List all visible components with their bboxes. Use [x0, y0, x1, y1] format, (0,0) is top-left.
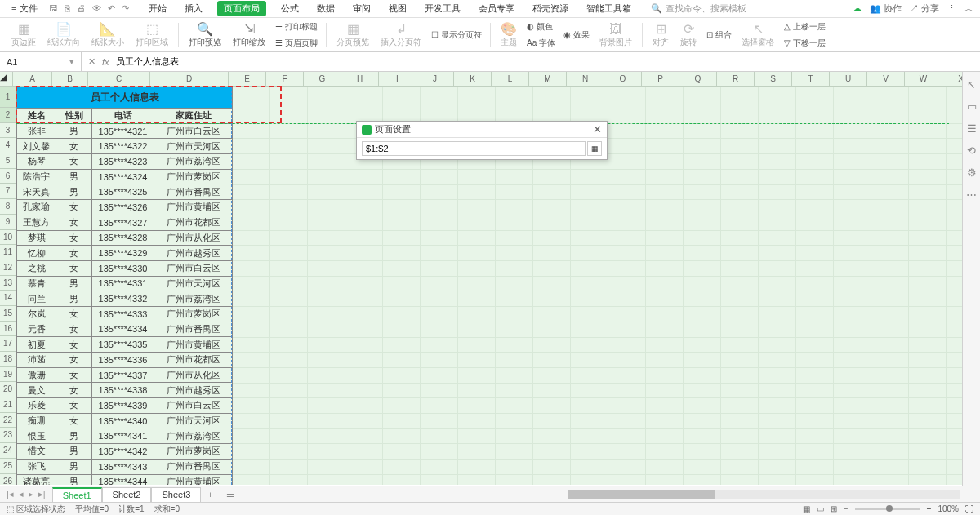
tab-视图[interactable]: 视图: [385, 1, 410, 16]
col-header-D[interactable]: D: [150, 72, 229, 86]
tab-审阅[interactable]: 审阅: [350, 1, 374, 16]
backup-icon[interactable]: ⟲: [967, 144, 976, 157]
col-header-G[interactable]: G: [304, 72, 341, 86]
col-header-S[interactable]: S: [755, 72, 792, 86]
margins-button[interactable]: ▦页边距: [7, 21, 41, 48]
zoom-slider[interactable]: [855, 508, 920, 510]
theme-button[interactable]: 🎨主题: [496, 21, 522, 48]
col-header-U[interactable]: U: [830, 72, 867, 86]
rotate-button[interactable]: ⟳旋转: [675, 21, 702, 48]
col-header-J[interactable]: J: [416, 72, 454, 86]
close-button[interactable]: ✕: [593, 123, 602, 135]
row-header-5[interactable]: 5: [0, 153, 16, 169]
effect-button[interactable]: ◉ 效果: [560, 28, 593, 42]
row-header-11[interactable]: 11: [0, 245, 16, 260]
sheet-tab-Sheet3[interactable]: Sheet3: [151, 487, 201, 502]
row-header-24[interactable]: 24: [0, 443, 16, 459]
view-page-icon[interactable]: ▭: [817, 504, 824, 513]
style-icon[interactable]: ▭: [967, 100, 977, 113]
cloud-icon[interactable]: ☁: [853, 3, 862, 14]
insert-break-button[interactable]: ↲插入分页符: [376, 21, 426, 48]
col-header-F[interactable]: F: [266, 72, 304, 86]
select-tool-icon[interactable]: ↖: [967, 78, 976, 91]
row-header-14[interactable]: 14: [0, 291, 16, 306]
undo-icon[interactable]: ↶: [108, 3, 115, 14]
selection-pane-button[interactable]: ↖选择窗格: [737, 21, 779, 48]
collapse-icon[interactable]: ︿: [964, 2, 973, 15]
row-header-17[interactable]: 17: [0, 336, 16, 352]
group-button[interactable]: ⊡ 组合: [703, 28, 735, 42]
cancel-icon[interactable]: ✕: [88, 56, 96, 67]
col-header-R[interactable]: R: [717, 72, 755, 86]
prev-sheet-icon[interactable]: ◂: [19, 489, 24, 499]
row-header-4[interactable]: 4: [0, 138, 16, 153]
col-header-V[interactable]: V: [867, 72, 905, 86]
row-header-9[interactable]: 9: [0, 215, 16, 230]
tab-数据[interactable]: 数据: [314, 1, 338, 16]
tab-智能工具箱[interactable]: 智能工具箱: [583, 1, 635, 16]
redo-icon[interactable]: ↷: [122, 3, 129, 14]
file-menu[interactable]: ≡ 文件: [7, 1, 42, 16]
select-all-corner[interactable]: ◢: [0, 72, 13, 86]
col-header-C[interactable]: C: [88, 72, 150, 86]
row-header-10[interactable]: 10: [0, 230, 16, 246]
view-normal-icon[interactable]: ▦: [803, 504, 810, 513]
last-sheet-icon[interactable]: ▸|: [38, 489, 46, 499]
font-button[interactable]: Aa 字体: [523, 36, 559, 51]
row-header-13[interactable]: 13: [0, 276, 16, 291]
row-header-6[interactable]: 6: [0, 169, 16, 184]
next-sheet-icon[interactable]: ▸: [29, 489, 33, 499]
col-header-B[interactable]: B: [52, 72, 88, 86]
size-button[interactable]: 📐纸张大小: [87, 21, 129, 48]
row-header-1[interactable]: 1: [0, 87, 16, 108]
row-header-2[interactable]: 2: [0, 108, 16, 123]
tab-稻壳资源[interactable]: 稻壳资源: [529, 1, 572, 16]
tab-开发工具[interactable]: 开发工具: [421, 1, 464, 16]
sheet-tab-Sheet2[interactable]: Sheet2: [102, 487, 152, 502]
col-header-H[interactable]: H: [341, 72, 379, 86]
sheet-list-button[interactable]: ☰: [220, 489, 241, 499]
share-button[interactable]: ↗ 分享: [910, 2, 939, 15]
align-button[interactable]: ⊞对齐: [648, 21, 674, 48]
col-header-O[interactable]: O: [604, 72, 642, 86]
first-sheet-icon[interactable]: |◂: [7, 489, 14, 499]
split-preview-button[interactable]: ▦分页预览: [332, 21, 374, 48]
range-input[interactable]: [362, 141, 586, 156]
row-header-21[interactable]: 21: [0, 397, 16, 413]
property-icon[interactable]: ☰: [967, 122, 977, 135]
color-button[interactable]: ◐ 颜色: [523, 20, 559, 34]
collapse-dialog-button[interactable]: ▦: [587, 141, 602, 156]
col-header-K[interactable]: K: [454, 72, 492, 86]
col-header-Q[interactable]: Q: [679, 72, 717, 86]
more-icon[interactable]: ⋮: [947, 3, 956, 14]
row-header-22[interactable]: 22: [0, 413, 16, 428]
row-header-23[interactable]: 23: [0, 428, 16, 443]
row-header-8[interactable]: 8: [0, 199, 16, 215]
fx-icon[interactable]: fx: [102, 57, 109, 67]
view-break-icon[interactable]: ⊞: [831, 504, 837, 513]
bg-image-button[interactable]: 🖼背景图片: [595, 22, 637, 48]
print-preview-button[interactable]: 🔍打印预览: [184, 21, 226, 48]
print-area-button[interactable]: ⬚打印区域: [131, 21, 173, 48]
col-header-W[interactable]: W: [905, 72, 942, 86]
search-box[interactable]: 🔍 查找命令、搜索模板: [651, 2, 746, 15]
col-header-T[interactable]: T: [792, 72, 830, 86]
tab-插入[interactable]: 插入: [181, 1, 206, 16]
row-header-25[interactable]: 25: [0, 459, 16, 474]
tab-开始[interactable]: 开始: [145, 1, 170, 16]
preview-icon[interactable]: 👁: [92, 3, 101, 14]
header-footer-button[interactable]: ☰ 页眉页脚: [272, 36, 321, 51]
tab-会员专享[interactable]: 会员专享: [475, 1, 518, 16]
zoom-level[interactable]: 100%: [938, 504, 959, 513]
print-icon[interactable]: 🖨: [77, 3, 86, 14]
col-header-P[interactable]: P: [642, 72, 679, 86]
add-sheet-button[interactable]: +: [201, 490, 219, 499]
horizontal-scrollbar[interactable]: [568, 490, 960, 499]
move-up-button[interactable]: △ 上移一层: [781, 20, 829, 34]
collab-button[interactable]: 👥 协作: [870, 2, 902, 15]
fullscreen-icon[interactable]: ⛶: [965, 504, 973, 513]
row-header-7[interactable]: 7: [0, 184, 16, 199]
more-icon[interactable]: ⋯: [966, 189, 977, 201]
move-down-button[interactable]: ▽ 下移一层: [781, 36, 829, 51]
tab-公式[interactable]: 公式: [278, 1, 302, 16]
